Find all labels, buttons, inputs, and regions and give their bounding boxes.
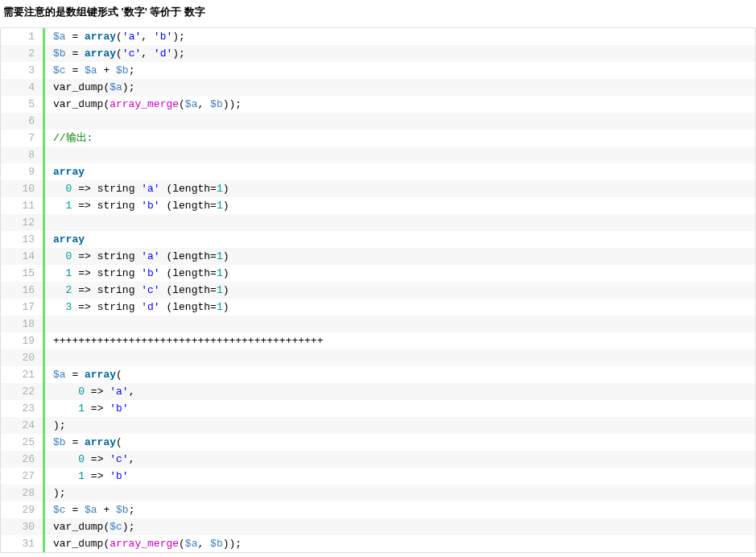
code-line: 27 1 => 'b' <box>1 468 755 485</box>
token-p: = <box>66 436 85 448</box>
line-number: 26 <box>1 451 43 468</box>
line-number: 11 <box>1 197 43 214</box>
code-source: var_dump(array_merge($a, $b)); <box>45 96 242 113</box>
token-kw: array <box>85 31 116 43</box>
line-number: 1 <box>1 28 43 45</box>
token-p: ) <box>223 250 229 262</box>
code-line: 7//输出: <box>1 130 755 146</box>
line-number: 5 <box>1 96 43 113</box>
token-var: $b <box>116 504 129 516</box>
token-p: => string <box>72 301 141 313</box>
code-line: 17 3 => string 'd' (length=1) <box>1 299 755 316</box>
token-p: => <box>85 386 109 398</box>
code-line: 12 <box>1 214 755 231</box>
line-number: 10 <box>1 180 43 197</box>
token-p: ) <box>223 200 229 212</box>
code-source: ); <box>45 485 66 501</box>
line-number: 18 <box>1 316 43 332</box>
token-str: 'c' <box>141 284 159 296</box>
line-number: 20 <box>1 349 43 366</box>
line-number: 13 <box>1 231 43 248</box>
code-line: 1$a = array('a', 'b'); <box>1 28 755 45</box>
token-var: $b <box>210 538 223 550</box>
line-number: 28 <box>1 485 43 501</box>
line-number: 21 <box>1 366 43 383</box>
code-source <box>45 214 53 231</box>
token-p: = <box>66 64 85 76</box>
token-str: 'b' <box>109 470 128 482</box>
token-fn: array_merge <box>109 98 179 110</box>
code-line: 13array <box>1 231 755 248</box>
code-source: 1 => string 'b' (length=1) <box>45 265 229 282</box>
code-source <box>45 113 53 130</box>
code-source: 0 => 'a', <box>45 383 134 400</box>
line-number: 3 <box>1 62 43 79</box>
token-p <box>53 284 66 296</box>
token-num: 1 <box>78 470 85 482</box>
token-p: ( <box>116 47 122 60</box>
token-p <box>53 250 66 262</box>
token-str: 'd' <box>154 47 172 60</box>
token-p: ; <box>129 64 135 76</box>
token-var: $a <box>109 81 122 93</box>
line-number: 25 <box>1 434 43 451</box>
token-num: 1 <box>217 250 223 262</box>
token-p: => string <box>72 267 141 279</box>
token-var: $b <box>53 436 66 448</box>
line-number: 2 <box>1 45 43 62</box>
token-kw: array <box>85 369 116 381</box>
token-kw: array <box>53 166 85 178</box>
code-line: 15 1 => string 'b' (length=1) <box>1 265 755 282</box>
token-p: , <box>141 31 154 43</box>
line-number: 23 <box>1 400 43 417</box>
token-p: var_dump( <box>53 81 109 93</box>
line-number: 27 <box>1 468 43 485</box>
token-str: 'b' <box>154 31 172 43</box>
token-var: $b <box>116 64 129 76</box>
token-str: 'a' <box>109 386 128 398</box>
code-line: 30var_dump($c); <box>1 518 755 535</box>
code-source: //输出: <box>45 130 93 146</box>
token-p: => <box>85 402 109 415</box>
code-source: 1 => 'b' <box>45 400 129 417</box>
token-p: + <box>97 64 116 76</box>
code-line: 29$c = $a + $b; <box>1 501 755 518</box>
line-number: 16 <box>1 282 43 299</box>
token-var: $a <box>53 31 66 43</box>
line-number: 15 <box>1 265 43 282</box>
token-p <box>53 386 78 398</box>
token-p <box>53 453 78 465</box>
line-number: 17 <box>1 299 43 316</box>
token-p: , <box>129 386 135 398</box>
code-source: array <box>45 163 85 180</box>
token-kw: array <box>85 436 116 448</box>
line-number: 7 <box>1 130 43 146</box>
line-number: 6 <box>1 113 43 130</box>
code-line: 2$b = array('c', 'd'); <box>1 45 755 62</box>
code-source: array <box>45 231 85 248</box>
token-p: (length= <box>160 284 217 296</box>
token-str: 'c' <box>109 453 128 465</box>
line-number: 19 <box>1 332 43 349</box>
token-p: = <box>66 369 85 381</box>
code-line: 28); <box>1 485 755 501</box>
code-line: 6 <box>1 113 755 130</box>
token-num: 0 <box>78 453 85 465</box>
code-line: 31var_dump(array_merge($a, $b)); <box>1 535 755 552</box>
token-p: ); <box>53 487 66 499</box>
code-source: 0 => 'c', <box>45 451 134 468</box>
code-line: 23 1 => 'b' <box>1 400 755 417</box>
code-source <box>45 146 53 163</box>
line-number: 22 <box>1 383 43 400</box>
line-number: 24 <box>1 417 43 434</box>
code-source: var_dump(array_merge($a, $b)); <box>45 535 242 552</box>
line-number: 4 <box>1 79 43 96</box>
token-var: $c <box>109 521 122 533</box>
token-p: => string <box>72 284 141 296</box>
code-source: $b = array('c', 'd'); <box>45 45 185 62</box>
token-var: $c <box>53 504 66 516</box>
code-line: 19++++++++++++++++++++++++++++++++++++++… <box>1 332 755 349</box>
code-line: 4var_dump($a); <box>1 79 755 96</box>
token-var: $a <box>85 504 97 516</box>
token-p: , <box>141 47 154 60</box>
